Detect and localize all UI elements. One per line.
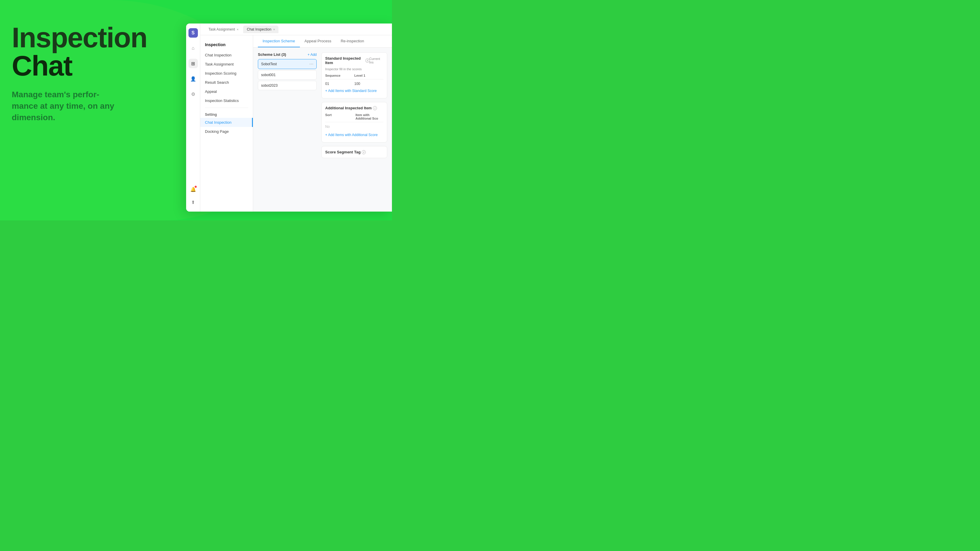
tab-appeal-process[interactable]: Appeal Process [300, 35, 336, 47]
app-window: S ⌂ ⊞ 👤 ⚙ 🔔 ⬆ Task Assignment × Chat Ins… [186, 24, 392, 211]
nav-inspection-title: Inspection [200, 40, 253, 51]
standard-section-header: Standard Inspected Item i Current Ins [325, 56, 383, 65]
tab-chat-inspection-label: Chat Inspection [247, 27, 271, 32]
nav-item-docking-page[interactable]: Docking Page [200, 127, 253, 136]
score-segment-info-icon: i [362, 150, 366, 154]
current-ins-badge: Current Ins [369, 57, 383, 64]
tab-chat-inspection-close[interactable]: × [273, 28, 275, 31]
sidebar-logo[interactable]: S [188, 28, 198, 38]
tab-task-assignment-close[interactable]: × [237, 28, 239, 31]
nav-setting-title: Setting [200, 110, 253, 118]
nav-item-result-search[interactable]: Result Search [200, 78, 253, 87]
scheme-item-sobot001[interactable]: sobot001 [258, 70, 317, 79]
main-content: Task Assignment × Chat Inspection × Insp… [200, 24, 392, 211]
add-standard-items-button[interactable]: + Add Items with Standard Score [325, 87, 383, 95]
scheme-list-title: Scheme List (3) [258, 52, 286, 57]
sidebar-user-icon[interactable]: 👤 [188, 74, 198, 83]
nav-item-chat-inspection-setting[interactable]: Chat Inspection [200, 118, 253, 127]
hero-title-chat: Chat [12, 52, 144, 80]
standard-section-subtitle: Inspector fill in the scores [325, 67, 383, 71]
scheme-add-button[interactable]: + Add [307, 52, 317, 57]
additional-col-item: Item with Additional Sco [355, 113, 383, 120]
body-area: Inspection Chat Inspection Task Assignme… [200, 35, 392, 211]
standard-section: Standard Inspected Item i Current Ins In… [321, 52, 387, 98]
additional-section-title: Additional Inspected Item [325, 106, 372, 110]
scheme-item-sobottest[interactable]: SobotTest ⋯ [258, 59, 317, 69]
score-segment-title: Score Segment Tag i [325, 150, 383, 154]
scheme-item-menu-icon[interactable]: ⋯ [309, 62, 313, 67]
right-column: Standard Inspected Item i Current Ins In… [321, 52, 387, 207]
nav-item-task-assignment[interactable]: Task Assignment [200, 60, 253, 69]
sidebar-settings-icon[interactable]: ⚙ [188, 89, 198, 99]
hero-panel: Inspection Chat Manage team's perfor-man… [12, 24, 144, 124]
additional-section-header: Additional Inspected Item i [325, 106, 383, 110]
nav-item-appeal[interactable]: Appeal [200, 87, 253, 96]
standard-col-level1: Level 1 [354, 74, 383, 77]
hero-title-inspection: Inspection [12, 24, 144, 52]
scheme-panel: Scheme List (3) + Add SobotTest ⋯ sobot0 [258, 52, 387, 207]
additional-no-data: No [325, 122, 383, 131]
scheme-list-column: Scheme List (3) + Add SobotTest ⋯ sobot0 [258, 52, 317, 207]
add-additional-items-button[interactable]: + Add Items with Additional Score [325, 131, 383, 139]
content-panel: Inspection Scheme Appeal Process Re-insp… [253, 35, 392, 211]
additional-info-icon: i [373, 106, 377, 110]
standard-info-icon: i [366, 59, 369, 63]
sidebar-home-icon[interactable]: ⌂ [188, 43, 198, 53]
nav-divider [205, 108, 248, 108]
nav-item-inspection-scoring[interactable]: Inspection Scoring [200, 69, 253, 78]
scheme-list-header: Scheme List (3) + Add [258, 52, 317, 57]
standard-cell-sequence: 01 [325, 82, 354, 86]
nav-item-inspection-statistics[interactable]: Inspection Statistics [200, 96, 253, 105]
additional-section: Additional Inspected Item i Sort Item wi… [321, 102, 387, 143]
inner-content: Scheme List (3) + Add SobotTest ⋯ sobot0 [253, 48, 392, 211]
standard-cell-level1: 100 [354, 82, 383, 86]
standard-col-sequence: Sequence [325, 74, 354, 77]
score-segment-section: Score Segment Tag i [321, 146, 387, 158]
sidebar: S ⌂ ⊞ 👤 ⚙ 🔔 ⬆ [186, 24, 200, 211]
additional-table-header: Sort Item with Additional Sco [325, 113, 383, 122]
nav-item-chat-inspection[interactable]: Chat Inspection [200, 51, 253, 60]
nav-menu: Inspection Chat Inspection Task Assignme… [200, 35, 253, 211]
hero-subtitle: Manage team's perfor-mance at any time, … [12, 89, 124, 124]
standard-table-header: Sequence Level 1 [325, 74, 383, 79]
sidebar-notification-icon[interactable]: 🔔 [188, 184, 198, 194]
content-tabs: Inspection Scheme Appeal Process Re-insp… [253, 35, 392, 48]
tab-task-assignment-label: Task Assignment [208, 27, 235, 32]
additional-col-sort: Sort [325, 113, 353, 120]
tab-re-inspection[interactable]: Re-inspection [336, 35, 369, 47]
standard-section-title: Standard Inspected Item i [325, 56, 369, 65]
sidebar-grid-icon[interactable]: ⊞ [188, 59, 198, 68]
tab-chat-inspection[interactable]: Chat Inspection × [243, 25, 278, 33]
tab-bar: Task Assignment × Chat Inspection × [200, 24, 392, 35]
tab-task-assignment[interactable]: Task Assignment × [205, 25, 242, 33]
tab-inspection-scheme[interactable]: Inspection Scheme [258, 35, 300, 47]
sidebar-upload-icon[interactable]: ⬆ [188, 197, 198, 207]
scheme-item-sobot2023[interactable]: sobot2023 [258, 81, 317, 90]
standard-table-row: 01 100 [325, 81, 383, 87]
